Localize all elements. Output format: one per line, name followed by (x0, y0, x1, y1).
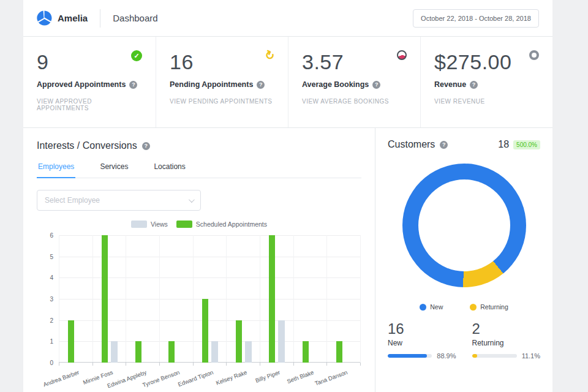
stat-label: Approved Appointments (37, 80, 126, 89)
help-icon[interactable]: ? (440, 141, 448, 149)
view-average-bookings-link[interactable]: VIEW AVERAGE BOOKINGS (302, 98, 407, 105)
view-revenue-link[interactable]: VIEW REVENUE (434, 98, 539, 105)
scheduled-swatch (176, 221, 192, 228)
returning-customers-block: 2 Returning (472, 320, 541, 347)
view-pending-appointments-link[interactable]: VIEW PENDING APPOINTMENTS (170, 98, 274, 105)
tab-employees[interactable]: Employees (37, 162, 75, 178)
new-customers-block: 16 New (388, 320, 456, 347)
donut-legend: New Returning (388, 303, 540, 311)
scheduled-bar[interactable] (68, 320, 74, 363)
stat-revenue: $275.00 Revenue ? VIEW REVENUE (420, 37, 552, 127)
returning-progress-row: 11.1% (472, 352, 541, 360)
interests-title: Interests / Conversions (37, 140, 137, 151)
customers-change-badge: 500.0% (513, 140, 540, 149)
tab-locations[interactable]: Locations (153, 162, 186, 178)
pending-refresh-icon: ↻ (263, 48, 276, 62)
y-axis-tick: 5 (50, 253, 53, 260)
y-axis-tick: 2 (50, 317, 53, 323)
y-axis-tick: 3 (50, 296, 53, 303)
customers-total: 18 (498, 139, 509, 150)
customers-donut-chart[interactable] (402, 164, 526, 287)
bar-chart: Views Scheduled Appointments 0123456Andr… (37, 219, 361, 363)
scheduled-bar[interactable] (269, 235, 275, 363)
stat-label: Revenue (434, 80, 466, 89)
new-progress-track (388, 354, 432, 358)
scheduled-bar[interactable] (336, 341, 342, 363)
page-title: Dashboard (113, 13, 157, 23)
new-label: New (388, 339, 456, 347)
stat-label: Average Bookings (302, 80, 369, 89)
average-bookings-value: 3.57 (302, 50, 344, 74)
returning-progress-fill (472, 354, 477, 358)
legend-new[interactable]: New (420, 303, 443, 311)
tab-services[interactable]: Services (99, 162, 129, 178)
date-range-value: October 22, 2018 - October 28, 2018 (421, 15, 531, 22)
customers-breakdown: 16 New 2 Returning 88.9% 1 (388, 320, 540, 360)
pending-count: 16 (170, 50, 194, 74)
scheduled-bar[interactable] (202, 299, 208, 363)
help-icon[interactable]: ? (372, 81, 380, 89)
legend-scheduled[interactable]: Scheduled Appointments (176, 221, 267, 228)
new-pct: 88.9% (437, 352, 456, 360)
brand-name: Amelia (58, 13, 88, 23)
dashboard-app: Amelia Dashboard October 22, 2018 - Octo… (23, 0, 552, 392)
scheduled-bar[interactable] (303, 341, 309, 363)
chevron-down-icon (189, 197, 195, 203)
returning-pct: 11.1% (522, 352, 540, 360)
stats-row: 9 ✓ Approved Appointments ? VIEW APPROVE… (23, 37, 552, 128)
revenue-ring-icon (529, 50, 539, 60)
y-axis-tick: 0 (50, 360, 53, 366)
amelia-logo-icon (37, 10, 52, 26)
legend-returning[interactable]: Returning (470, 303, 508, 311)
y-axis-tick: 4 (50, 274, 53, 281)
employee-select[interactable]: Select Employee (37, 190, 201, 211)
customers-panel: Customers ? 18 500.0% New Returning (375, 128, 552, 392)
help-icon[interactable]: ? (142, 142, 150, 150)
scheduled-bar[interactable] (135, 341, 141, 363)
stat-average-bookings: 3.57 Average Bookings ? VIEW AVERAGE BOO… (288, 37, 420, 127)
customers-title: Customers (388, 139, 435, 150)
topbar-divider (100, 9, 100, 28)
bar-chart-legend: Views Scheduled Appointments (37, 219, 361, 229)
scheduled-bar[interactable] (236, 320, 242, 363)
legend-views[interactable]: Views (131, 221, 168, 228)
y-axis-tick: 1 (50, 338, 53, 345)
approved-count: 9 (37, 50, 48, 74)
interests-conversions-panel: Interests / Conversions ? Employees Serv… (23, 128, 375, 392)
views-swatch (131, 221, 147, 228)
new-dot-icon (420, 304, 426, 311)
help-icon[interactable]: ? (257, 81, 265, 89)
view-approved-appointments-link[interactable]: VIEW APPROVED APPOINTMENTS (37, 98, 142, 111)
views-bar[interactable] (278, 320, 285, 363)
average-pie-icon (397, 50, 407, 60)
help-icon[interactable]: ? (129, 81, 137, 89)
returning-progress-track (472, 354, 517, 358)
views-bar[interactable] (245, 341, 252, 363)
new-count: 16 (388, 320, 456, 337)
interests-tabs: Employees Services Locations (37, 162, 361, 178)
views-bar[interactable] (211, 341, 218, 363)
y-axis-tick: 6 (50, 232, 53, 239)
returning-count: 2 (472, 320, 541, 337)
main-content: Interests / Conversions ? Employees Serv… (23, 128, 552, 392)
new-progress-row: 88.9% (388, 352, 456, 360)
revenue-value: $275.00 (434, 50, 511, 74)
approved-check-icon: ✓ (131, 50, 142, 61)
views-bar[interactable] (111, 341, 118, 363)
scheduled-bar[interactable] (168, 341, 175, 363)
help-icon[interactable]: ? (470, 81, 478, 89)
brand: Amelia (37, 10, 88, 26)
stat-label: Pending Appointments (170, 80, 253, 89)
returning-label: Returning (472, 339, 541, 347)
new-progress-fill (388, 354, 427, 358)
date-range-picker[interactable]: October 22, 2018 - October 28, 2018 (413, 9, 539, 28)
stat-approved-appointments: 9 ✓ Approved Appointments ? VIEW APPROVE… (23, 37, 156, 127)
bar-chart-plot: 0123456Andrea BarberMinnie FossEdwina Ap… (59, 235, 360, 363)
stat-pending-appointments: 16 ↻ Pending Appointments ? VIEW PENDING… (156, 37, 288, 127)
topbar: Amelia Dashboard October 22, 2018 - Octo… (23, 0, 552, 37)
scheduled-bar[interactable] (102, 235, 108, 363)
returning-dot-icon (470, 304, 477, 311)
employee-select-placeholder: Select Employee (45, 196, 100, 205)
